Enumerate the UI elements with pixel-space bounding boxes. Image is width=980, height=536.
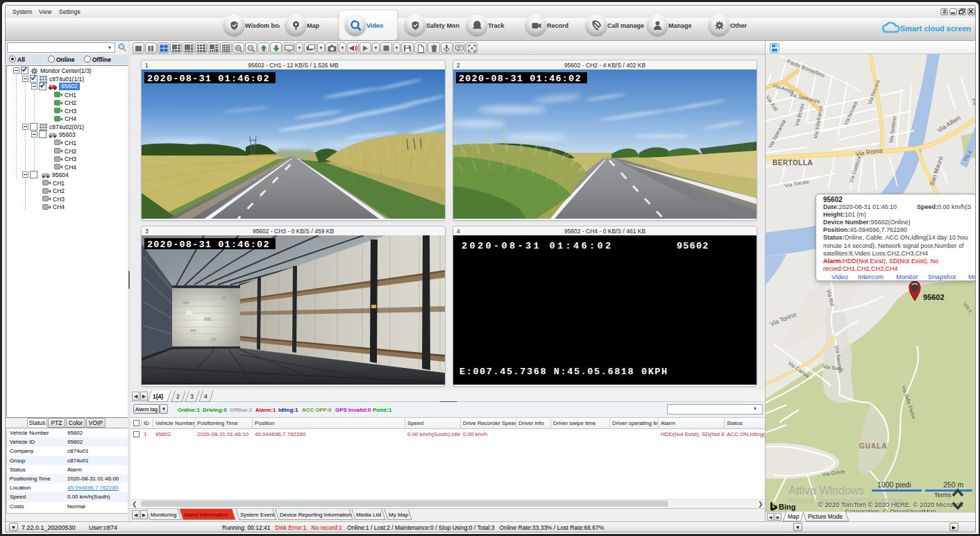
svg-text:2020-08-31 01:46:02: 2020-08-31 01:46:02 [459, 74, 582, 84]
svg-text:2020-08-31 01:46:02: 2020-08-31 01:46:02 [147, 74, 270, 84]
svg-text:E:007.45.7368 N:45.05.6818 0KP: E:007.45.7368 N:45.05.6818 0KPH [459, 367, 668, 377]
svg-text:2020-08-31 01:46:02: 2020-08-31 01:46:02 [462, 241, 614, 251]
svg-text:BERTOLLA: BERTOLLA [772, 159, 813, 167]
svg-text:GUALA: GUALA [859, 442, 888, 450]
svg-text:95602: 95602 [677, 241, 709, 251]
svg-text:2020-08-31 01:46:02: 2020-08-31 01:46:02 [147, 240, 270, 250]
